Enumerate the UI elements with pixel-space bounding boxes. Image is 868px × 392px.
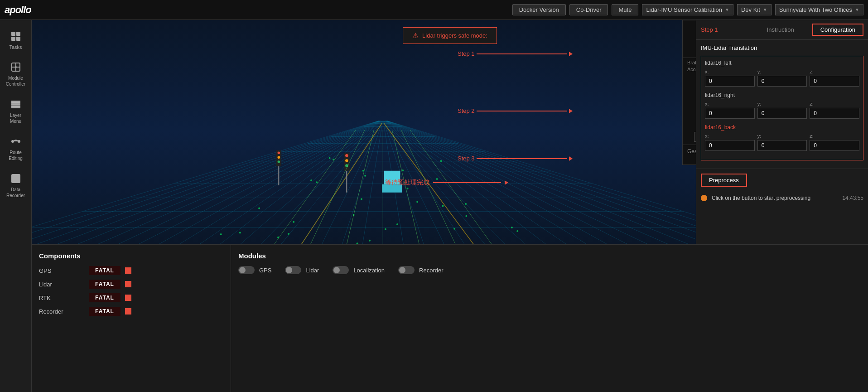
component-row-lidar: Lidar FATAL [39,280,223,289]
step3-container: Step 3 [458,155,573,162]
configuration-tab-button[interactable]: Configuration [812,24,863,36]
recorder-status-badge: FATAL [89,307,121,316]
step1-line [477,53,567,54]
lidar-group-box: lidar16_left x: y: [701,56,863,160]
svg-rect-10 [12,106,20,108]
lidar16-back-x-input[interactable] [705,140,755,151]
preprocess-button[interactable]: Preprocess [701,174,747,187]
lidar16-right-xyz: x: y: z: [705,101,859,119]
z-label-b: z: [810,133,859,139]
lidar16-left-x-input[interactable] [705,76,755,87]
sidebar-item-module-controller[interactable]: ModuleController [0,55,31,92]
sidebar-item-layer-menu[interactable]: LayerMenu [0,92,31,130]
sidebar-item-route-editing[interactable]: RouteEditing [0,130,31,167]
chevron-down-icon: ▼ [725,7,729,12]
module-item-lidar: Lidar [285,266,319,274]
preprocess-section: Preprocess Click on the button to start … [696,169,868,206]
location-select[interactable]: Sunnyvale With Two Offices ▼ [775,4,863,15]
localization-toggle[interactable] [333,266,349,274]
step2-container: Step 2 [458,107,573,114]
chinese-text-container: 等待预处理完成 [385,179,508,187]
data-recorder-icon [10,172,22,185]
y-label-r: y: [757,101,807,106]
step1-arrow [569,52,573,56]
chinese-text: 等待预处理完成 [385,179,429,187]
lidar16-right-z-input[interactable] [810,108,859,119]
lidar16-right-z-field: z: [810,101,859,119]
step2-arrow [569,109,573,113]
rtk-status-dot [125,295,131,301]
components-title: Components [39,252,223,260]
lidar16-right-x-input[interactable] [705,108,755,119]
instruction-tab-label[interactable]: Instruction [767,26,794,33]
preprocess-info-row: Click on the button to start preprocessi… [701,195,863,201]
lidar16-back-y-input[interactable] [757,140,807,151]
sensor-calibration-select[interactable]: Lidar-IMU Sensor Calibration ▼ [642,4,733,15]
svg-rect-0 [11,32,15,36]
warning-text: Lidar triggers safe mode: [422,32,487,39]
lidar-status-badge: FATAL [89,280,121,289]
3d-view: ⚠ Lidar triggers safe mode: 0 km/h Brake… [32,20,868,244]
lidar16-left-y-input[interactable] [757,76,807,87]
preprocess-info-text: Click on the button to start preprocessi… [712,195,838,201]
imu-lidar-section: IMU-Lidar Translation lidar16_left x: [696,40,868,169]
lidar16-left-z-input[interactable] [810,76,859,87]
co-driver-button[interactable]: Co-Driver [569,4,608,15]
right-config-panel: Step 1 Instruction Configuration IMU-Lid… [696,20,868,244]
bottom-panels: Components GPS FATAL Lidar FATAL RTK FAT… [32,244,868,392]
lidar16-back-y-field: y: [757,133,807,151]
preprocess-status-dot [701,195,707,201]
sidebar: Tasks ModuleController La [0,20,32,392]
lidar16-right-x-field: x: [705,101,755,119]
svg-rect-8 [12,101,20,102]
docker-version-button[interactable]: Docker Version [512,4,566,15]
topbar: apollo Docker Version Co-Driver Mute Lid… [0,0,868,20]
gps-component-name: GPS [39,267,84,274]
lidar16-back-z-input[interactable] [810,140,859,151]
lidar16-left-title: lidar16_left [705,60,859,66]
content: ⚠ Lidar triggers safe mode: 0 km/h Brake… [32,20,868,392]
mute-button[interactable]: Mute [612,4,638,15]
sidebar-item-data-label: DataRecorder [6,187,25,198]
lidar16-right-title: lidar16_right [705,92,859,98]
svg-rect-2 [11,37,15,41]
lidar-toggle[interactable] [285,266,301,274]
chinese-arrow-line [433,182,501,183]
svg-rect-13 [12,174,20,183]
module-icon [10,61,22,73]
lidar16-back-title: lidar16_back [705,124,859,131]
gps-module-name: GPS [259,267,271,274]
x-label-r: x: [705,101,755,106]
x-label: x: [705,69,755,74]
rtk-component-name: RTK [39,295,84,301]
svg-point-11 [12,140,14,142]
warning-banner: ⚠ Lidar triggers safe mode: [403,27,497,44]
component-row-rtk: RTK FATAL [39,293,223,302]
component-row-recorder: Recorder FATAL [39,307,223,316]
gps-toggle[interactable] [238,266,255,274]
gps-status-dot [125,267,131,274]
svg-rect-1 [16,32,20,36]
recorder-component-name: Recorder [39,308,84,315]
recorder-module-name: Recorder [419,267,443,274]
sidebar-item-tasks[interactable]: Tasks [0,24,31,55]
sidebar-item-data-recorder[interactable]: DataRecorder [0,167,31,204]
lidar16-left-z-field: z: [810,69,859,87]
preprocess-time: 14:43:55 [842,195,863,201]
recorder-toggle[interactable] [398,266,415,274]
lidar16-left-x-field: x: [705,69,755,87]
lidar16-left-xyz: x: y: z: [705,69,859,87]
apollo-logo: apollo [5,4,31,16]
step3-line [477,158,567,159]
lidar16-back-z-field: z: [810,133,859,151]
warning-icon: ⚠ [412,31,419,40]
module-item-localization: Localization [333,266,385,274]
chevron-down-icon: ▼ [855,7,859,12]
imu-lidar-title: IMU-Lidar Translation [701,44,863,51]
step3-arrow [569,156,573,161]
dev-kit-select[interactable]: Dev Kit ▼ [737,4,772,15]
localization-module-name: Localization [353,267,385,274]
lidar16-right-y-input[interactable] [757,108,807,119]
step3-label: Step 3 [458,155,475,162]
z-label: z: [810,69,859,74]
